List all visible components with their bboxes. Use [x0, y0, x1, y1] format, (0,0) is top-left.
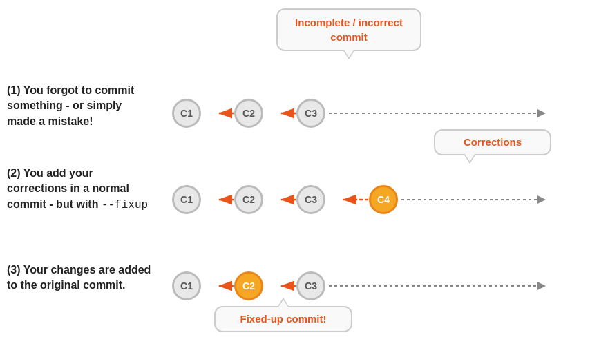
- svg-marker-15: [537, 282, 546, 290]
- callout-fixedup-text: Fixed-up commit!: [240, 313, 326, 325]
- svg-marker-6: [537, 109, 546, 117]
- row2-node-c1: C1: [172, 185, 201, 214]
- row1-node-c2: C2: [234, 99, 263, 128]
- callout-corrections-text: Corrections: [464, 136, 522, 148]
- callout-fixedup: Fixed-up commit!: [214, 306, 352, 332]
- row2-node-c4: C4: [369, 185, 398, 214]
- row3-node-c2: C2: [234, 271, 263, 300]
- row1-label: (1) You forgot to commit something - or …: [7, 83, 152, 129]
- svg-marker-11: [537, 195, 546, 204]
- row1-node-c1: C1: [172, 99, 201, 128]
- callout-corrections: Corrections: [434, 129, 551, 155]
- row2-node-c2: C2: [234, 185, 263, 214]
- row1-node-c3: C3: [296, 99, 325, 128]
- row3-node-c1: C1: [172, 271, 201, 300]
- row3-label: (3) Your changes are added to the origin…: [7, 262, 152, 294]
- row2-node-c3: C3: [296, 185, 325, 214]
- callout-incomplete: Incomplete / incorrect commit: [276, 8, 421, 51]
- diagram-area: (1) You forgot to commit something - or …: [0, 0, 590, 364]
- row2-label: (2) You add your corrections in a normal…: [7, 166, 152, 213]
- callout-incomplete-text: Incomplete / incorrect commit: [295, 17, 403, 43]
- row3-node-c3: C3: [296, 271, 325, 300]
